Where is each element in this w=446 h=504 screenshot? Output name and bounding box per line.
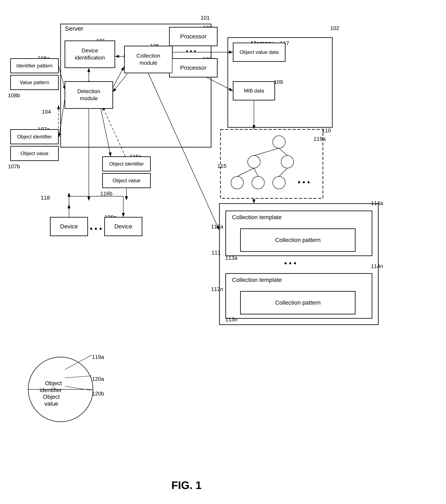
collection-module-label: Collectionmodule	[136, 53, 160, 67]
object-value-b-label: Object value	[113, 178, 140, 183]
ref-101: 101	[201, 15, 210, 21]
svg-line-58	[254, 168, 258, 176]
circle-label-lines	[0, 351, 104, 409]
svg-line-30	[113, 67, 124, 88]
detection-module-box: Detectionmodule	[65, 81, 113, 108]
device-n-label: Device	[114, 223, 132, 230]
processor-n-label: Processor	[180, 65, 207, 71]
svg-point-50	[281, 156, 294, 168]
diagram: 101 Server 102 Memory 103a Processor • •…	[0, 0, 446, 504]
object-identifier-b-label: Object identifier	[109, 161, 144, 167]
ref-109: 109	[274, 79, 283, 85]
ref-116b: 116b	[100, 190, 113, 197]
ref-112a: 112a	[211, 223, 223, 230]
arrows-svg	[0, 0, 446, 504]
collection-template-n-label: Collection template	[232, 277, 282, 283]
svg-point-52	[252, 176, 264, 189]
templates-dots: • • •	[284, 259, 296, 268]
processors-dots: • • •	[186, 48, 196, 55]
ref-118: 118	[41, 195, 50, 201]
collection-module-box: Collectionmodule	[124, 46, 173, 73]
svg-line-31	[113, 73, 128, 92]
ref-104: 104	[42, 108, 51, 115]
ref-114a: 114a	[371, 200, 383, 206]
collection-template-a-label: Collection template	[232, 214, 282, 221]
device-a-box: Device	[50, 217, 88, 236]
svg-line-66	[65, 355, 92, 370]
svg-point-51	[231, 176, 243, 189]
value-pattern-label: Value pattern	[20, 80, 49, 85]
object-value-a-label: Object value	[20, 150, 48, 156]
device-identification-box: Deviceidentification	[65, 41, 115, 68]
ref-113n: 113n	[225, 316, 237, 323]
svg-point-49	[248, 156, 260, 168]
device-identification-label: Deviceidentification	[75, 47, 105, 61]
ref-108b: 108b	[8, 92, 20, 99]
object-value-a-box: Object value	[10, 146, 58, 161]
ref-102: 102	[330, 25, 339, 32]
collection-pattern-n-box: Collection pattern	[240, 291, 355, 314]
svg-line-56	[279, 148, 287, 156]
processor-a-box: Processor	[169, 27, 217, 46]
collection-pattern-a-box: Collection pattern	[240, 229, 355, 252]
device-n-box: Device	[104, 217, 142, 236]
svg-line-36	[102, 107, 125, 157]
object-value-data-box: Object value data	[233, 43, 285, 62]
object-identifier-a-label: Object identifier	[17, 134, 52, 140]
svg-line-67	[65, 376, 92, 378]
mib-tree-svg: • • •	[220, 129, 323, 198]
svg-point-53	[273, 176, 285, 189]
ref-107b: 107b	[8, 163, 20, 170]
object-value-data-label: Object value data	[240, 49, 279, 55]
identifier-pattern-box: Identifier pattern	[10, 58, 58, 73]
collection-pattern-n-label: Collection pattern	[275, 299, 321, 306]
devices-dots: • • •	[90, 224, 102, 233]
svg-line-55	[254, 148, 279, 156]
mib-data-box: MIB data	[233, 81, 275, 100]
svg-line-39	[148, 73, 219, 230]
object-value-b-box: Object value	[102, 173, 151, 188]
object-identifier-b-box: Object identifier	[102, 157, 151, 171]
value-pattern-box: Value pattern	[10, 75, 58, 90]
identifier-pattern-label: Identifier pattern	[16, 63, 53, 69]
svg-text:• • •: • • •	[298, 178, 310, 186]
mib-data-label: MIB data	[244, 88, 264, 94]
device-a-label: Device	[60, 223, 78, 230]
svg-line-57	[237, 168, 254, 176]
svg-line-59	[279, 168, 287, 176]
processor-n-box: Processor	[169, 58, 217, 77]
fig-title: FIG. 1	[171, 479, 201, 491]
ref-113a: 113a	[225, 255, 237, 261]
ref-114n: 114n	[371, 263, 383, 270]
ref-112n: 112n	[211, 286, 223, 292]
svg-line-34	[100, 107, 111, 156]
svg-line-33	[59, 99, 65, 137]
svg-line-32	[58, 66, 65, 90]
svg-point-48	[273, 136, 285, 148]
svg-line-68	[65, 386, 92, 390]
object-identifier-a-box: Object identifier	[10, 129, 58, 144]
detection-module-label: Detectionmodule	[77, 88, 100, 102]
collection-pattern-a-label: Collection pattern	[275, 237, 321, 243]
ref-110: 110	[322, 127, 331, 134]
ref-111: 111	[212, 250, 220, 256]
processor-a-label: Processor	[180, 33, 207, 40]
server-label: Server	[65, 25, 83, 32]
